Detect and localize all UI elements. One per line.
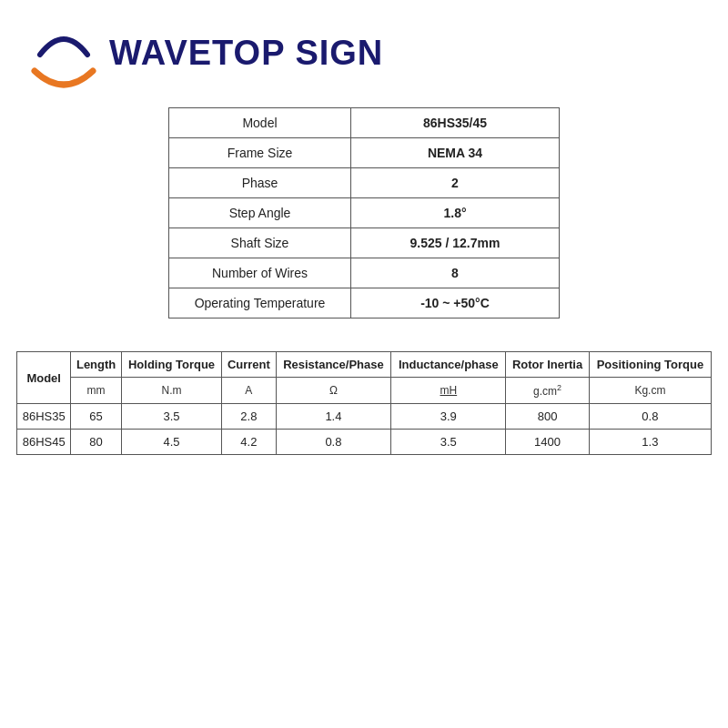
cell-positioning-torque: 1.3 xyxy=(589,430,711,455)
specs-row: Model86HS35/45 xyxy=(169,108,560,138)
col-header: Positioning Torque xyxy=(589,352,711,378)
col-unit: Kg.cm xyxy=(589,378,711,404)
spec-label: Shaft Size xyxy=(169,228,351,258)
cell-resistance: 1.4 xyxy=(276,404,391,430)
spec-value: 9.525 / 12.7mm xyxy=(351,228,560,258)
col-unit: Ω xyxy=(276,378,391,404)
spec-value: 86HS35/45 xyxy=(351,108,560,138)
cell-holding-torque: 3.5 xyxy=(121,404,221,430)
cell-inductance: 3.9 xyxy=(391,404,506,430)
table-row: 86HS45 80 4.5 4.2 0.8 3.5 1400 1.3 xyxy=(17,430,712,455)
spec-label: Frame Size xyxy=(169,138,351,168)
cell-resistance: 0.8 xyxy=(276,430,391,455)
col-header: Length xyxy=(71,352,121,378)
spec-label: Model xyxy=(169,108,351,138)
cell-rotor-inertia: 800 xyxy=(506,404,590,430)
col-header: Rotor Inertia xyxy=(506,352,590,378)
spec-label: Operating Temperature xyxy=(169,288,351,318)
cell-length: 80 xyxy=(71,430,121,455)
col-header: Inductance/phase xyxy=(391,352,506,378)
specs-row: Frame SizeNEMA 34 xyxy=(169,138,560,168)
spec-label: Number of Wires xyxy=(169,258,351,288)
cell-rotor-inertia: 1400 xyxy=(506,430,590,455)
cell-positioning-torque: 0.8 xyxy=(589,404,711,430)
header: WAVETOP SIGN xyxy=(0,0,728,98)
specs-row: Operating Temperature-10 ~ +50°C xyxy=(169,288,560,318)
col-header: Current xyxy=(222,352,276,378)
specs-row: Shaft Size9.525 / 12.7mm xyxy=(169,228,560,258)
spec-label: Step Angle xyxy=(169,198,351,228)
logo-part2: SIGN xyxy=(285,34,383,72)
cell-current: 4.2 xyxy=(222,430,276,455)
cell-model: 86HS45 xyxy=(17,430,71,455)
col-unit: g.cm2 xyxy=(506,378,590,404)
col-unit: mm xyxy=(71,378,121,404)
col-unit: mH xyxy=(391,378,506,404)
col-header: Model xyxy=(17,352,71,404)
data-table: ModelLengthHolding TorqueCurrentResistan… xyxy=(16,351,712,455)
logo-icon xyxy=(27,16,100,89)
col-header: Holding Torque xyxy=(121,352,221,378)
spec-value: 1.8° xyxy=(351,198,560,228)
col-header: Resistance/Phase xyxy=(276,352,391,378)
specs-row: Step Angle1.8° xyxy=(169,198,560,228)
data-section: ModelLengthHolding TorqueCurrentResistan… xyxy=(16,351,712,455)
specs-table: Model86HS35/45Frame SizeNEMA 34Phase2Ste… xyxy=(168,107,560,318)
spec-label: Phase xyxy=(169,168,351,198)
cell-holding-torque: 4.5 xyxy=(121,430,221,455)
cell-inductance: 3.5 xyxy=(391,430,506,455)
specs-section: Model86HS35/45Frame SizeNEMA 34Phase2Ste… xyxy=(0,107,728,318)
table-row: 86HS35 65 3.5 2.8 1.4 3.9 800 0.8 xyxy=(17,404,712,430)
col-unit: N.m xyxy=(121,378,221,404)
logo-part1: WAVETOP xyxy=(109,34,285,72)
cell-current: 2.8 xyxy=(222,404,276,430)
spec-value: 8 xyxy=(351,258,560,288)
cell-length: 65 xyxy=(71,404,121,430)
logo-text: WAVETOP SIGN xyxy=(109,34,383,73)
cell-model: 86HS35 xyxy=(17,404,71,430)
specs-row: Phase2 xyxy=(169,168,560,198)
spec-value: NEMA 34 xyxy=(351,138,560,168)
col-unit: A xyxy=(222,378,276,404)
specs-row: Number of Wires8 xyxy=(169,258,560,288)
spec-value: -10 ~ +50°C xyxy=(351,288,560,318)
spec-value: 2 xyxy=(351,168,560,198)
